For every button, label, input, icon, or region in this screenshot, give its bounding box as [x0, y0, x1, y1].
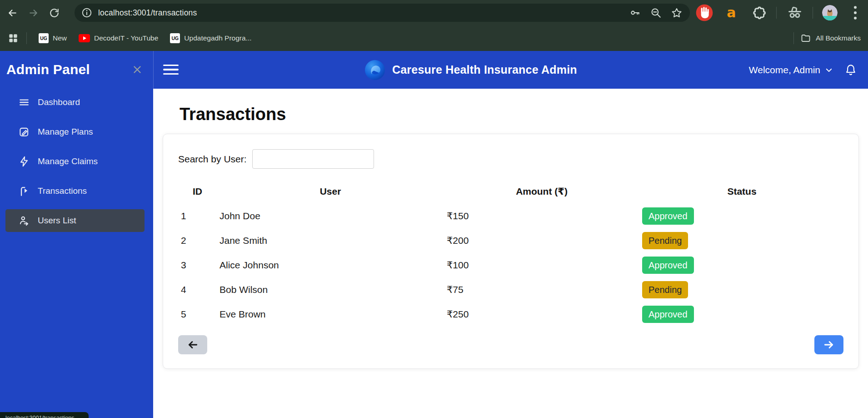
table-row: 2Jane Smith₹200Pending: [178, 228, 844, 253]
sidebar-item-users-list[interactable]: Users List: [5, 209, 145, 232]
cell-amount: ₹150: [444, 204, 639, 228]
status-bar-url: localhost:3001/transactions: [5, 415, 74, 418]
sidebar-item-label: Manage Plans: [38, 127, 93, 137]
bookmarks-list: UGNewDecodeIT - YouTubeUGUpdategadh Prog…: [27, 33, 252, 43]
sidebar-item-dashboard[interactable]: Dashboard: [5, 91, 145, 114]
cell-user: Jane Smith: [217, 228, 444, 253]
pencil-square-icon: [18, 126, 38, 138]
sidebar-item-label: Transactions: [38, 186, 87, 196]
all-bookmarks-button[interactable]: All Bookmarks: [800, 33, 861, 44]
cell-id: 5: [178, 302, 217, 327]
info-icon[interactable]: [81, 7, 93, 19]
welcome-dropdown[interactable]: Welcome, Admin: [749, 65, 833, 76]
main-content: Transactions Search by User: ID User Amo…: [153, 89, 868, 418]
app-logo-icon: [364, 59, 386, 81]
table-row: 5Eve Brown₹250Approved: [178, 302, 844, 327]
cell-user: Bob Wilson: [217, 277, 444, 302]
menu-icon[interactable]: [163, 62, 179, 77]
sidebar-item-manage-claims[interactable]: Manage Claims: [5, 150, 145, 173]
cell-amount: ₹100: [444, 253, 639, 277]
bookmark-item[interactable]: UGUpdategadh Progra...: [170, 33, 251, 43]
reload-icon[interactable]: [44, 3, 65, 23]
sidebar-title: Admin Panel: [6, 62, 90, 77]
transactions-table-body: 1John Doe₹150Approved2Jane Smith₹200Pend…: [178, 204, 844, 327]
welcome-label: Welcome, Admin: [749, 65, 820, 76]
header-amount: Amount (₹): [444, 179, 639, 204]
bookmark-item[interactable]: UGNew: [39, 33, 67, 43]
browser-chrome: localhost:3001/transactions a: [0, 0, 868, 51]
cell-status: Pending: [639, 277, 844, 302]
next-arrow-icon: [823, 339, 835, 351]
toolbar-separator: [776, 7, 777, 19]
adblock-hand-icon[interactable]: [695, 4, 713, 22]
passwords-key-icon[interactable]: [629, 7, 641, 19]
notifications-bell-icon[interactable]: [844, 63, 858, 77]
ug-favicon: UG: [39, 33, 49, 43]
cell-id: 3: [178, 253, 217, 277]
transactions-icon: [18, 185, 38, 197]
amazon-icon[interactable]: a: [722, 4, 740, 22]
sidebar-item-transactions[interactable]: Transactions: [5, 180, 145, 202]
app-header: Caresure Health Insurance Admin Welcome,…: [153, 51, 868, 89]
close-icon[interactable]: [131, 64, 143, 76]
transactions-card: Search by User: ID User Amount (₹) Statu…: [163, 134, 859, 369]
sidebar-item-manage-plans[interactable]: Manage Plans: [5, 121, 145, 143]
prev-page-button[interactable]: [178, 335, 207, 354]
table-row: 4Bob Wilson₹75Pending: [178, 277, 844, 302]
ug-favicon: UG: [170, 33, 180, 43]
header-id: ID: [178, 179, 217, 204]
status-badge: Pending: [642, 232, 688, 249]
bookmark-label: Updategadh Progra...: [184, 34, 251, 42]
search-input[interactable]: [252, 149, 374, 169]
cell-user: Eve Brown: [217, 302, 444, 327]
extensions-area: a: [695, 4, 864, 22]
person-arrow-icon: [18, 215, 38, 227]
status-badge: Approved: [642, 306, 694, 323]
cell-user: Alice Johnson: [217, 253, 444, 277]
pagination: [178, 335, 843, 354]
sidebar-item-label: Dashboard: [38, 97, 80, 107]
page-title: Transactions: [180, 104, 868, 125]
menu-dots-icon[interactable]: [846, 4, 864, 22]
forward-icon[interactable]: [23, 3, 44, 23]
cell-status: Approved: [639, 302, 844, 327]
header-user: User: [217, 179, 444, 204]
all-bookmarks-label: All Bookmarks: [816, 34, 861, 42]
back-icon[interactable]: [2, 3, 23, 23]
bookmark-label: DecodeIT - YouTube: [94, 34, 158, 42]
zoom-icon[interactable]: [650, 7, 662, 19]
table-row: 3Alice Johnson₹100Approved: [178, 253, 844, 277]
cell-status: Approved: [639, 253, 844, 277]
prev-arrow-icon: [187, 339, 199, 351]
url-text: localhost:3001/transactions: [98, 8, 629, 18]
cell-status: Approved: [639, 204, 844, 228]
folder-icon: [802, 35, 809, 41]
bookmarks-separator: [793, 32, 794, 44]
cell-id: 1: [178, 204, 217, 228]
bookmark-label: New: [53, 34, 67, 42]
sidebar-item-label: Manage Claims: [38, 156, 98, 166]
url-bar[interactable]: localhost:3001/transactions: [75, 4, 690, 22]
cell-amount: ₹200: [444, 228, 639, 253]
header-status: Status: [639, 179, 844, 204]
lightning-icon: [18, 156, 38, 167]
chevron-down-icon: [825, 66, 833, 74]
table-header-row: ID User Amount (₹) Status: [178, 179, 844, 204]
profile-avatar[interactable]: [822, 5, 838, 20]
cell-id: 4: [178, 277, 217, 302]
youtube-icon: [79, 34, 90, 42]
apps-grid-icon[interactable]: [7, 32, 19, 44]
browser-toolbar: localhost:3001/transactions a: [0, 0, 868, 25]
sidebar: Admin Panel DashboardManage PlansManage …: [0, 51, 153, 418]
tracker-hat-glasses-icon[interactable]: [786, 4, 804, 22]
cell-status: Pending: [639, 228, 844, 253]
status-badge: Pending: [642, 281, 688, 298]
bookmark-star-icon[interactable]: [671, 7, 683, 19]
cell-amount: ₹250: [444, 302, 639, 327]
cell-id: 2: [178, 228, 217, 253]
extensions-puzzle-icon[interactable]: [749, 4, 768, 22]
next-page-button[interactable]: [814, 335, 843, 354]
cell-user: John Doe: [217, 204, 444, 228]
bookmark-item[interactable]: DecodeIT - YouTube: [79, 34, 158, 42]
sidebar-nav: DashboardManage PlansManage ClaimsTransa…: [0, 91, 153, 232]
